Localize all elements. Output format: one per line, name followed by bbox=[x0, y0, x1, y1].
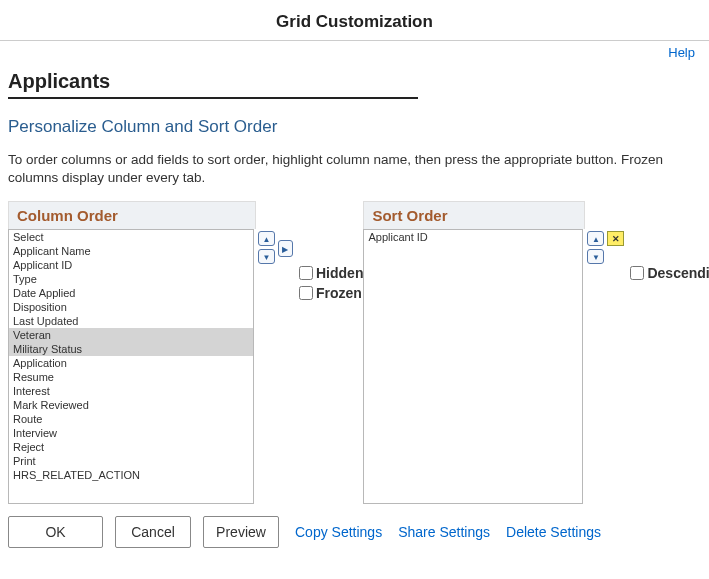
list-item[interactable]: Type bbox=[9, 272, 253, 286]
sort-options: Descending bbox=[630, 265, 709, 285]
frozen-checkbox-label[interactable]: Frozen bbox=[299, 285, 363, 301]
preview-button[interactable]: Preview bbox=[203, 516, 279, 548]
page-title: Applicants bbox=[8, 70, 701, 93]
list-item[interactable]: Date Applied bbox=[9, 286, 253, 300]
add-to-sort-button[interactable] bbox=[278, 240, 293, 257]
list-item[interactable]: Veteran bbox=[9, 328, 253, 342]
descending-label-text: Descending bbox=[647, 265, 709, 281]
list-item[interactable]: Select bbox=[9, 230, 253, 244]
arrow-down-icon bbox=[263, 252, 271, 262]
list-item[interactable]: Interest bbox=[9, 384, 253, 398]
arrow-up-icon bbox=[592, 234, 600, 244]
list-item[interactable]: Applicant ID bbox=[9, 258, 253, 272]
remove-icon bbox=[612, 234, 620, 244]
sort-order-listbox[interactable]: Applicant ID bbox=[363, 229, 583, 504]
arrow-down-icon bbox=[592, 252, 600, 262]
delete-settings-link[interactable]: Delete Settings bbox=[506, 524, 601, 540]
remove-from-sort-button[interactable] bbox=[607, 231, 624, 246]
list-item[interactable]: Interview bbox=[9, 426, 253, 440]
descending-checkbox-label[interactable]: Descending bbox=[630, 265, 709, 281]
help-link[interactable]: Help bbox=[668, 45, 695, 60]
list-item[interactable]: Reject bbox=[9, 440, 253, 454]
cancel-button[interactable]: Cancel bbox=[115, 516, 191, 548]
list-item[interactable]: Applicant Name bbox=[9, 244, 253, 258]
sort-move-up-button[interactable] bbox=[587, 231, 604, 246]
list-item[interactable]: Application bbox=[9, 356, 253, 370]
divider bbox=[8, 97, 418, 99]
ok-button[interactable]: OK bbox=[8, 516, 103, 548]
move-down-button[interactable] bbox=[258, 249, 275, 264]
sort-move-down-button[interactable] bbox=[587, 249, 604, 264]
window-title: Grid Customization bbox=[0, 0, 709, 41]
list-item[interactable]: Applicant ID bbox=[364, 230, 582, 244]
move-up-button[interactable] bbox=[258, 231, 275, 246]
frozen-checkbox[interactable] bbox=[299, 286, 313, 300]
share-settings-link[interactable]: Share Settings bbox=[398, 524, 490, 540]
hidden-checkbox[interactable] bbox=[299, 266, 313, 280]
list-item[interactable]: Resume bbox=[9, 370, 253, 384]
list-item[interactable]: Route bbox=[9, 412, 253, 426]
column-order-header: Column Order bbox=[8, 201, 256, 229]
list-item[interactable]: HRS_RELATED_ACTION bbox=[9, 468, 253, 482]
frozen-label-text: Frozen bbox=[316, 285, 362, 301]
column-order-listbox[interactable]: SelectApplicant NameApplicant IDTypeDate… bbox=[8, 229, 254, 504]
list-item[interactable]: Military Status bbox=[9, 342, 253, 356]
arrow-right-icon bbox=[283, 244, 289, 254]
list-item[interactable]: Mark Reviewed bbox=[9, 398, 253, 412]
instructions-text: To order columns or add fields to sort o… bbox=[8, 151, 701, 187]
list-item[interactable]: Print bbox=[9, 454, 253, 468]
hidden-label-text: Hidden bbox=[316, 265, 363, 281]
arrow-up-icon bbox=[263, 234, 271, 244]
list-item[interactable]: Disposition bbox=[9, 300, 253, 314]
section-heading: Personalize Column and Sort Order bbox=[8, 117, 701, 137]
column-options: Hidden Frozen bbox=[299, 265, 363, 305]
descending-checkbox[interactable] bbox=[630, 266, 644, 280]
sort-order-header: Sort Order bbox=[363, 201, 585, 229]
copy-settings-link[interactable]: Copy Settings bbox=[295, 524, 382, 540]
hidden-checkbox-label[interactable]: Hidden bbox=[299, 265, 363, 281]
list-item[interactable]: Last Updated bbox=[9, 314, 253, 328]
